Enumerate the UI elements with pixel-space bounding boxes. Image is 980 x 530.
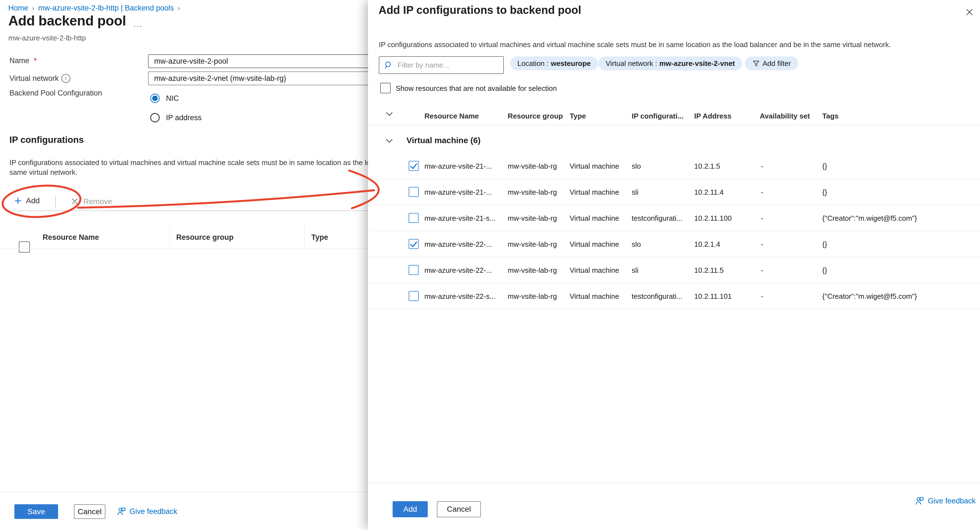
show-unavailable-label[interactable]: Show resources that are not available fo… [396,84,557,93]
cell-tags: {} [822,240,827,249]
table-row[interactable]: mw-azure-vsite-22-s... mw-vsite-lab-rg V… [368,283,980,309]
table-row[interactable]: mw-azure-vsite-21-s... mw-vsite-lab-rg V… [368,205,980,231]
backend-pool-configuration-label: Backend Pool Configuration [10,89,102,97]
plus-icon: + [14,196,22,206]
row-checkbox[interactable] [409,239,418,249]
cell-type: Virtual machine [570,188,619,196]
give-feedback-label: Give feedback [129,507,177,516]
column-header-type[interactable]: Type [570,112,586,120]
table-row[interactable]: mw-azure-vsite-21-... mw-vsite-lab-rg Vi… [368,153,980,179]
panel-give-feedback-link[interactable]: Give feedback [915,496,975,506]
cell-type: Virtual machine [570,292,619,301]
name-label: Name * [10,56,37,65]
page-title: Add backend pool [8,13,126,29]
virtual-machine-group-label[interactable]: Virtual machine (6) [406,136,480,145]
ip-address-radio[interactable] [150,113,160,122]
cell-availability-set: - [761,266,764,275]
panel-footer-separator [368,482,980,483]
row-checkbox[interactable] [409,265,418,275]
column-divider [169,226,170,248]
filter-by-name-input[interactable]: Filter by name... [379,56,504,74]
add-filter-label: Add filter [762,59,791,68]
breadcrumb-separator: › [178,5,180,12]
save-button[interactable]: Save [14,504,58,519]
row-checkbox[interactable] [409,291,418,301]
cell-resource-name: mw-azure-vsite-21-... [425,162,492,171]
table-row[interactable]: mw-azure-vsite-22-... mw-vsite-lab-rg Vi… [368,231,980,257]
row-checkbox[interactable] [409,161,418,171]
breadcrumb-home-link[interactable]: Home [8,4,28,13]
cell-tags: {"Creator":"m.wiget@f5.com"} [822,292,917,301]
nic-radio-label[interactable]: NIC [166,94,179,103]
close-icon[interactable] [963,6,975,18]
breadcrumb-loadbalancer-link[interactable]: mw-azure-vsite-2-lb-http | Backend pools [38,4,174,13]
add-ip-configurations-panel: Add IP configurations to backend pool IP… [368,0,980,530]
cell-tags: {} [822,188,827,196]
column-header-availability-set[interactable]: Availability set [760,112,810,120]
cell-resource-group: mw-vsite-lab-rg [508,292,557,301]
column-header-resource-group[interactable]: Resource group [508,112,563,120]
panel-add-button[interactable]: Add [393,501,428,517]
remove-button[interactable]: ✕ Remove [70,196,112,207]
cell-type: Virtual machine [570,214,619,223]
column-header-type[interactable]: Type [311,233,328,242]
give-feedback-link[interactable]: Give feedback [116,506,177,517]
panel-title: Add IP configurations to backend pool [379,4,581,16]
info-icon[interactable]: i [61,74,70,83]
panel-cancel-button[interactable]: Cancel [437,501,481,517]
cell-ip-configuration: testconfigurati... [632,214,682,223]
virtual-network-filter-value: mw-azure-vsite-2-vnet [659,59,735,68]
location-filter-label: Location : [517,59,549,68]
column-header-ip-configuration[interactable]: IP configurati... [632,112,683,120]
cell-resource-name: mw-azure-vsite-22-... [425,266,492,275]
more-options-button[interactable]: ... [134,19,143,29]
column-header-resource-group[interactable]: Resource group [176,233,234,242]
row-checkbox[interactable] [409,213,418,223]
cell-ip-configuration: slo [632,162,641,171]
cell-ip-address: 10.2.11.5 [694,266,724,275]
cell-availability-set: - [761,162,764,171]
nic-radio[interactable] [150,94,160,103]
virtual-machine-group-chevron-icon[interactable] [385,137,393,145]
collapse-all-chevron-icon[interactable] [385,111,393,118]
cell-type: Virtual machine [570,266,619,275]
column-header-resource-name[interactable]: Resource Name [425,112,479,120]
cell-type: Virtual machine [570,240,619,249]
cell-type: Virtual machine [570,162,619,171]
virtual-network-filter-pill[interactable]: Virtual network : mw-azure-vsite-2-vnet [598,56,742,70]
column-header-tags[interactable]: Tags [822,112,838,120]
add-filter-pill[interactable]: Add filter [745,56,798,70]
remove-x-icon: ✕ [70,196,79,207]
table-row[interactable]: mw-azure-vsite-21-... mw-vsite-lab-rg Vi… [368,179,980,205]
panel-description: IP configurations associated to virtual … [379,40,891,49]
cell-ip-address: 10.2.11.4 [694,188,724,196]
cancel-button[interactable]: Cancel [74,504,105,519]
ip-address-radio-label[interactable]: IP address [166,113,202,122]
required-asterisk: * [34,56,37,65]
column-divider [304,226,305,248]
cell-ip-configuration: testconfigurati... [632,292,682,301]
select-all-checkbox[interactable] [19,241,30,252]
table-row[interactable]: mw-azure-vsite-22-... mw-vsite-lab-rg Vi… [368,257,980,283]
cell-ip-address: 10.2.1.4 [694,240,720,249]
cell-resource-name: mw-azure-vsite-22-s... [425,292,496,301]
cell-availability-set: - [761,240,764,249]
name-label-text: Name [10,56,29,65]
row-checkbox[interactable] [409,187,418,197]
show-unavailable-checkbox[interactable] [380,83,391,93]
filter-placeholder: Filter by name... [398,61,449,70]
page-subtitle: mw-azure-vsite-2-lb-http [8,34,86,42]
table-header-border [368,125,980,125]
cell-resource-group: mw-vsite-lab-rg [508,266,557,275]
column-header-ip-address[interactable]: IP Address [694,112,731,120]
add-button[interactable]: + Add [14,196,40,206]
cell-ip-address: 10.2.1.5 [694,162,720,171]
footer-separator [0,492,368,492]
location-filter-value: westeurope [551,59,591,68]
cell-availability-set: - [761,214,764,223]
cell-availability-set: - [761,292,764,301]
virtual-network-filter-label: Virtual network : [606,59,657,68]
location-filter-pill[interactable]: Location : westeurope [510,56,598,70]
cell-tags: {} [822,266,827,275]
column-header-resource-name[interactable]: Resource Name [43,233,99,242]
